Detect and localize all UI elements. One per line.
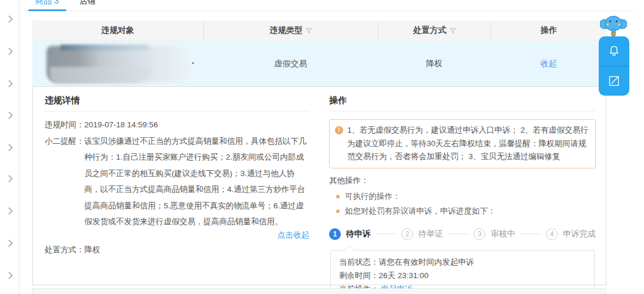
col-header-violation-type: 违规类型: [203, 21, 378, 40]
remaining-time-row: 剩余时间：26天 23:31:00: [339, 269, 586, 282]
tab-shop[interactable]: 店铺: [79, 0, 96, 6]
table-header-row: 违规对象 违规类型 处置方式 操作: [32, 21, 606, 41]
collapse-row-link[interactable]: 收起: [541, 59, 557, 69]
violation-time-row: 违规时间： 2019-07-18 14:59:56: [45, 117, 309, 133]
notice-box: ! 1、若无虚假交易行为，建议通过申诉入口申诉； 2、若有虚假交易行为建议立即停…: [329, 119, 596, 168]
divider: [45, 111, 309, 111]
current-state-row: 当前状态：请您在有效时间内发起申诉: [339, 255, 586, 269]
elephant-mascot: [600, 14, 627, 38]
penalty-row: 处置方式： 降权: [45, 242, 309, 258]
chevron-right-icon[interactable]: [5, 111, 13, 119]
redacted-product-info: [32, 41, 203, 86]
bullet-item: 如您对处罚有异议请申诉，申诉进度如下：: [336, 207, 596, 215]
bullet-item: 可执行的操作：: [336, 192, 596, 201]
step-pending-evidence: 2 待举证: [401, 228, 443, 240]
feedback-edit-button[interactable]: [599, 66, 629, 96]
chevron-right-icon[interactable]: [5, 239, 13, 247]
cell-violation-type: 虚假交易: [203, 41, 378, 86]
cell-action: 收起: [491, 41, 606, 86]
collapse-rail: [0, 0, 19, 294]
edit-icon: [608, 75, 620, 87]
tab-goods[interactable]: 商品 3: [35, 0, 59, 6]
violation-detail-title: 违规详情: [45, 87, 309, 106]
divider: [329, 111, 596, 111]
tab-bar: 商品 3 店铺: [24, 0, 635, 11]
action-section: 操作 ! 1、若无虚假交易行为，建议通过申诉入口申诉； 2、若有虚假交易行为建议…: [329, 87, 596, 294]
cell-violation-object: [32, 41, 203, 86]
bullet-dot-icon: [336, 209, 340, 213]
floating-toolbar: [599, 36, 629, 96]
penalty-label: 处置方式：: [45, 242, 85, 258]
col-header-action: 操作: [491, 21, 606, 40]
step-connector: [377, 234, 395, 234]
col-header-violation-object: 违规对象: [32, 21, 203, 40]
chevron-right-icon[interactable]: [5, 80, 13, 87]
violation-row: 虚假交易 降权 收起: [32, 41, 606, 86]
appeal-status-box: 当前状态：请您在有效时间内发起申诉 剩余时间：26天 23:31:00 当前操作…: [330, 250, 595, 294]
col-header-penalty: 处置方式: [378, 21, 491, 40]
chevron-right-icon[interactable]: [5, 48, 13, 55]
step-pending-appeal: 1 待申诉: [329, 228, 371, 240]
step-appeal-complete: 4 申诉完成: [546, 228, 596, 240]
violation-table: 违规对象 违规类型 处置方式 操作: [32, 21, 606, 86]
notice-text: 1、若无虚假交易行为，建议通过申诉入口申诉； 2、若有虚假交易行为建议立即停止，…: [347, 126, 588, 161]
appeal-progress-stepper: 1 待申诉 2 待举证 3 审核中 4 申诉完成: [329, 228, 596, 240]
active-tab-underline: [28, 9, 66, 11]
filter-funnel-icon[interactable]: [306, 28, 312, 34]
click-collapse-link[interactable]: 点击收起: [277, 231, 309, 239]
bell-icon: [608, 45, 620, 58]
penalty-value: 降权: [85, 242, 100, 258]
chevron-right-icon[interactable]: [5, 272, 13, 279]
chevron-right-icon[interactable]: [5, 144, 13, 151]
detail-panel: 违规详情 违规时间： 2019-07-18 14:59:56 小二提醒： 该宝贝…: [32, 86, 606, 285]
chevron-right-icon[interactable]: [5, 15, 13, 23]
reminder-label: 小二提醒：: [45, 133, 85, 230]
action-title: 操作: [329, 87, 596, 106]
notification-bell-button[interactable]: [599, 36, 629, 66]
other-operations-label: 其他操作：: [329, 175, 596, 186]
next-table-row-partial: [32, 288, 606, 294]
violation-time-label: 违规时间：: [45, 117, 85, 133]
exclamation-icon: !: [335, 126, 343, 134]
chevron-right-icon[interactable]: [5, 207, 13, 215]
filter-funnel-icon[interactable]: [450, 28, 456, 34]
chevron-right-icon[interactable]: [5, 175, 13, 183]
violation-time-value: 2019-07-18 14:59:56: [85, 117, 158, 133]
step-connector: [521, 234, 540, 234]
reminder-row: 小二提醒： 该宝贝涉嫌通过不正当的方式提高销量和信用，具体包括以下几种行为：1.…: [45, 133, 309, 230]
reminder-text: 该宝贝涉嫌通过不正当的方式提高销量和信用，具体包括以下几种行为：1.自己注册买家…: [85, 133, 308, 230]
bullet-dot-icon: [336, 195, 340, 198]
step-connector: [449, 234, 468, 234]
violation-detail-section: 违规详情 违规时间： 2019-07-18 14:59:56 小二提醒： 该宝贝…: [45, 87, 309, 258]
violation-management-page: 商品 3 店铺 违规对象 违规类型 处置方式 操作: [0, 0, 644, 294]
cell-penalty: 降权: [378, 41, 491, 86]
step-under-review: 3 审核中: [474, 228, 515, 240]
